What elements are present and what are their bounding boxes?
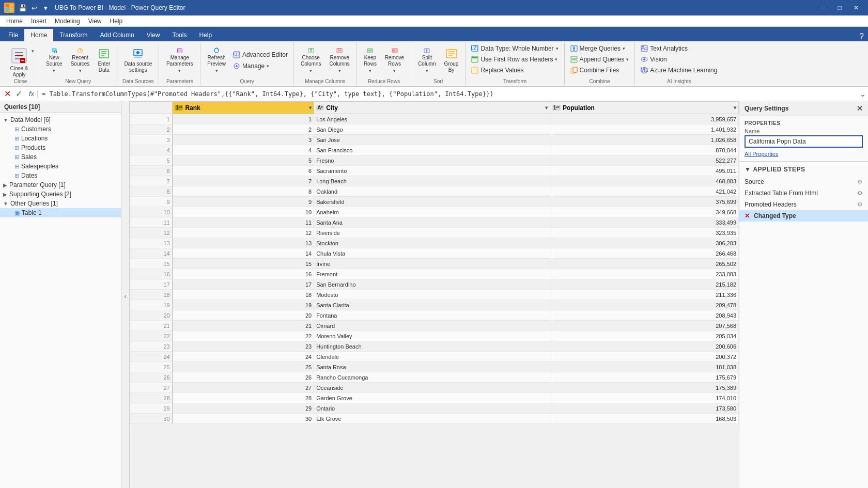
sidebar-item-sales[interactable]: ⊞ Sales: [0, 152, 121, 162]
table-row[interactable]: 4 4 San Francisco 870,044: [130, 145, 739, 155]
table-row[interactable]: 29 29 Ontario 173,580: [130, 403, 739, 414]
replace-values-button[interactable]: A→B Replace Values: [469, 65, 526, 75]
table-row[interactable]: 21 21 Oxnard 207,568: [130, 321, 739, 331]
data-grid-wrapper[interactable]: 1²³ Rank ▾ Aᶜ City: [130, 101, 739, 488]
step-promoted-headers-gear[interactable]: ⚙: [857, 201, 863, 208]
table-row[interactable]: 23 23 Huntington Beach 200,606: [130, 341, 739, 352]
close-apply-button[interactable]: Close &Apply ▾: [5, 46, 36, 75]
table-row[interactable]: 6 6 Sacramento 495,011: [130, 166, 739, 176]
table-row[interactable]: 24 24 Glendale 200,372: [130, 352, 739, 362]
table-row[interactable]: 15 15 Irvine 265,502: [130, 259, 739, 269]
table-row[interactable]: 11 11 Santa Ana 333,499: [130, 217, 739, 228]
table-row[interactable]: 27 27 Oceanside 175,389: [130, 383, 739, 393]
menu-view[interactable]: View: [84, 17, 106, 26]
menu-modeling[interactable]: Modeling: [51, 17, 84, 26]
table-row[interactable]: 3 3 San Jose 1,026,658: [130, 135, 739, 145]
tab-help[interactable]: Help: [193, 29, 218, 41]
table-row[interactable]: 16 16 Fremont 233,083: [130, 269, 739, 279]
azure-ml-button[interactable]: ML Azure Machine Learning: [638, 65, 720, 75]
sidebar-item-locations[interactable]: ⊞ Locations: [0, 134, 121, 143]
tab-file[interactable]: File: [2, 29, 24, 41]
append-queries-button[interactable]: Append Queries ▾: [568, 54, 632, 65]
step-source-gear[interactable]: ⚙: [857, 178, 863, 185]
enter-data-button[interactable]: EnterData: [94, 46, 114, 75]
table-row[interactable]: 1 1 Los Angeles 3,959,657: [130, 114, 739, 124]
qs-all-properties-link[interactable]: All Properties: [739, 150, 868, 161]
menu-insert[interactable]: Insert: [27, 17, 51, 26]
rank-column-header[interactable]: 1²³ Rank ▾: [173, 102, 314, 114]
table-row[interactable]: 22 22 Moreno Valley 205,034: [130, 331, 739, 341]
step-promoted-headers[interactable]: Promoted Headers ⚙: [739, 199, 868, 210]
formula-confirm-icon[interactable]: ✓: [13, 89, 24, 99]
qs-name-input[interactable]: [745, 135, 863, 148]
recent-sources-button[interactable]: RecentSources ▾: [67, 46, 94, 75]
manage-button[interactable]: Manage ▾: [230, 61, 290, 71]
menu-help[interactable]: Help: [106, 17, 127, 26]
use-first-row-button[interactable]: Use First Row as Headers ▾: [469, 54, 560, 65]
qat-undo[interactable]: ↩: [29, 3, 39, 13]
tab-add-column[interactable]: Add Column: [94, 29, 141, 41]
rank-col-dropdown[interactable]: ▾: [309, 105, 312, 111]
table-row[interactable]: 8 8 Oakland 421,042: [130, 186, 739, 197]
table-row[interactable]: 26 26 Rancho Cucamonga 175,679: [130, 372, 739, 383]
tab-home[interactable]: Home: [24, 29, 53, 41]
table-row[interactable]: 9 9 Bakersfield 375,699: [130, 197, 739, 207]
table-row[interactable]: 14 14 Chula Vista 266,468: [130, 248, 739, 259]
table-row[interactable]: 17 17 San Bernardino 215,182: [130, 279, 739, 290]
formula-expand-icon[interactable]: ⌄: [860, 90, 866, 98]
city-col-dropdown[interactable]: ▾: [545, 105, 548, 111]
split-column-button[interactable]: SplitColumn ▾: [414, 46, 439, 75]
table-row[interactable]: 25 25 Santa Rosa 181,038: [130, 362, 739, 372]
tree-group-other-queries-header[interactable]: ▼ Other Queries [1]: [0, 199, 121, 208]
table-row[interactable]: 10 10 Anaheim 349,668: [130, 207, 739, 217]
formula-input[interactable]: [40, 90, 858, 98]
tree-group-parameter-query-header[interactable]: ▶ Parameter Query [1]: [0, 180, 121, 190]
new-source-button[interactable]: NewSource ▾: [42, 46, 66, 75]
group-by-button[interactable]: GroupBy: [441, 46, 462, 75]
keep-rows-button[interactable]: KeepRows ▾: [360, 46, 380, 75]
menu-home[interactable]: Home: [2, 17, 27, 26]
table-row[interactable]: 20 20 Fontana 208,943: [130, 310, 739, 321]
population-column-header[interactable]: 1²³ Population ▾: [550, 102, 738, 114]
step-extracted-table[interactable]: Extracted Table From Html ⚙: [739, 187, 868, 199]
qat-dropdown[interactable]: ▾: [40, 3, 51, 13]
vision-button[interactable]: Vision: [638, 54, 669, 65]
help-icon[interactable]: ?: [859, 32, 864, 41]
merge-queries-button[interactable]: Merge Queries ▾: [568, 43, 628, 54]
formula-cancel-icon[interactable]: ✕: [2, 89, 12, 99]
sidebar-item-salespeoples[interactable]: ⊞ Salespeoples: [0, 162, 121, 171]
table-row[interactable]: 19 19 Santa Clarita 209,478: [130, 300, 739, 310]
table-row[interactable]: 5 5 Fresno 522,277: [130, 155, 739, 166]
data-source-settings-button[interactable]: Data sourcesettings: [120, 46, 156, 75]
close-button[interactable]: ✕: [848, 3, 864, 13]
table-row[interactable]: 2 2 San Diego 1,401,932: [130, 124, 739, 135]
table-row[interactable]: 28 28 Garden Grove 174,010: [130, 393, 739, 403]
tree-group-supporting-queries-header[interactable]: ▶ Supporting Queries [2]: [0, 190, 121, 199]
remove-columns-button[interactable]: RemoveColumns ▾: [326, 46, 353, 75]
qat-save[interactable]: 💾: [18, 3, 28, 13]
tab-transform[interactable]: Transform: [53, 29, 94, 41]
tree-group-data-model-header[interactable]: ▼ Data Model [6]: [0, 115, 121, 124]
tab-tools[interactable]: Tools: [166, 29, 193, 41]
table-row[interactable]: 12 12 Riverside 323,935: [130, 228, 739, 238]
pop-col-dropdown[interactable]: ▾: [734, 105, 736, 111]
step-extracted-table-gear[interactable]: ⚙: [857, 190, 863, 197]
minimize-button[interactable]: —: [815, 3, 831, 13]
sidebar-item-products[interactable]: ⊞ Products: [0, 143, 121, 152]
table-row[interactable]: 7 7 Long Beach 468,883: [130, 176, 739, 186]
maximize-button[interactable]: □: [832, 3, 847, 13]
table-row[interactable]: 13 13 Stockton 306,283: [130, 238, 739, 248]
sidebar-item-dates[interactable]: ⊞ Dates: [0, 171, 121, 180]
manage-parameters-button[interactable]: {P} ManageParameters ▾: [163, 46, 197, 75]
sidebar-item-customers[interactable]: ⊞ Customers: [0, 124, 121, 134]
remove-rows-button[interactable]: RemoveRows ▾: [381, 46, 408, 75]
refresh-preview-button[interactable]: RefreshPreview ▾: [204, 46, 229, 75]
text-analytics-button[interactable]: A₁ Text Analytics: [638, 43, 690, 54]
sidebar-collapse-arrow[interactable]: ‹: [121, 101, 130, 488]
step-source[interactable]: Source ⚙: [739, 176, 868, 187]
qs-close-button[interactable]: ✕: [857, 104, 863, 113]
data-type-button[interactable]: 123 Data Type: Whole Number ▾: [469, 43, 561, 54]
combine-files-button[interactable]: Combine Files: [568, 65, 622, 75]
table-row[interactable]: 30 30 Elk Grove 168,503: [130, 414, 739, 424]
city-column-header[interactable]: Aᶜ City ▾: [314, 102, 550, 114]
